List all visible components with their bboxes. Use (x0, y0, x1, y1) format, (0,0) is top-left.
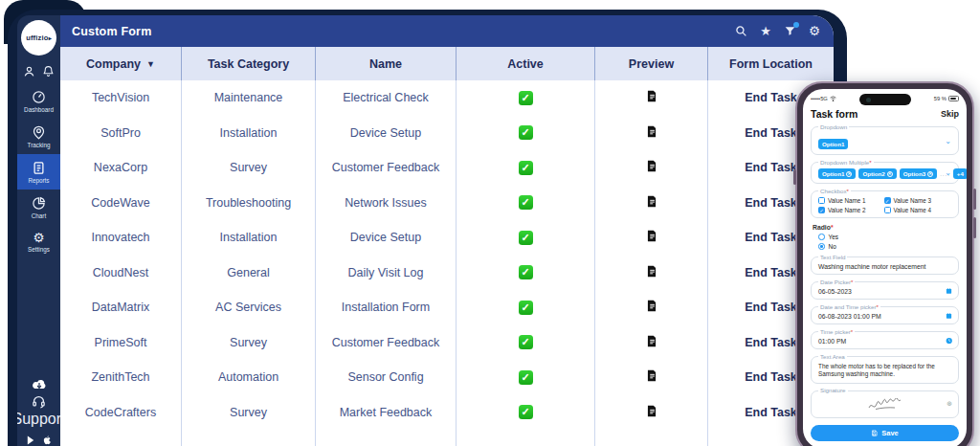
chevron-down-icon[interactable]: ⌄ (945, 137, 951, 145)
save-button[interactable]: Save (811, 425, 959, 441)
radio-option[interactable]: No (818, 243, 959, 250)
wifi-icon (830, 96, 836, 101)
filter-badge (793, 22, 799, 28)
dropdown-field[interactable]: Dropdown Option1 ⌄ (811, 126, 959, 155)
preview-document-icon[interactable] (645, 334, 658, 351)
column-header-active[interactable]: Active (457, 47, 595, 80)
text-field-value[interactable]: Washing machine motor replacement (818, 263, 951, 270)
column-header-preview[interactable]: Preview (595, 47, 708, 80)
signature-field[interactable]: Signature ⊛ (811, 390, 959, 418)
search-icon[interactable] (735, 25, 747, 37)
text-area-value[interactable]: The whole motor has to be replaced for t… (818, 363, 951, 379)
active-checkbox-icon[interactable]: ✓ (519, 161, 533, 175)
preview-document-icon[interactable] (645, 229, 658, 246)
checkbox-option[interactable]: ✓Value Name 3 (884, 197, 948, 204)
text-area-field[interactable]: Text Area The whole motor has to be repl… (811, 356, 959, 384)
text-field[interactable]: Text Field Washing machine motor replace… (811, 256, 959, 275)
preview-document-icon[interactable] (645, 159, 658, 176)
dropdown-multiple-field[interactable]: Dropdown Multiple* ⌄ Option1 ✕Option2 ✕O… (811, 162, 959, 184)
brand-logo[interactable]: uffizio▸ (21, 20, 56, 56)
sidebar-item-dashboard[interactable]: Dashboard (17, 83, 60, 119)
column-header-company[interactable]: Company▼ (60, 47, 182, 80)
preview-document-icon[interactable] (645, 89, 658, 106)
radio-option-label: No (829, 243, 836, 250)
checkbox-option[interactable]: Value Name 1 (818, 197, 882, 204)
google-play-icon[interactable] (26, 435, 36, 446)
active-checkbox-icon[interactable]: ✓ (519, 91, 533, 105)
main-panel: Custom Form ★ ⚙ Company▼ (60, 15, 834, 446)
selected-option-chip[interactable]: Option3 ✕ (900, 168, 937, 179)
column-header-name[interactable]: Name (316, 47, 457, 80)
column-header-form-location[interactable]: Form Location (708, 47, 834, 80)
sidebar-item-reports[interactable]: Reports (17, 154, 60, 190)
radio-icon[interactable] (818, 243, 825, 250)
active-checkbox-icon[interactable]: ✓ (519, 301, 533, 315)
remove-chip-icon[interactable]: ✕ (927, 171, 933, 177)
sidebar-item-support[interactable]: Support (17, 394, 66, 428)
table-cell-preview (595, 325, 707, 361)
date-picker-field[interactable]: Date Picker* 06-05-2023 (811, 281, 959, 300)
radio-icon[interactable] (818, 234, 825, 240)
field-label: Checkbox* (818, 188, 851, 194)
checkbox-icon[interactable] (884, 207, 891, 213)
star-icon[interactable]: ★ (760, 25, 771, 37)
active-checkbox-icon[interactable]: ✓ (519, 335, 533, 349)
time-picker-field[interactable]: Time picker* 01:00 PM (811, 331, 959, 349)
active-checkbox-icon[interactable]: ✓ (519, 125, 533, 140)
table-cell-name: Sensor Config (316, 360, 456, 395)
datetime-picker-field[interactable]: Date and Time picker* 06-08-2023 01:00 P… (811, 306, 959, 324)
skip-button[interactable]: Skip (941, 109, 959, 119)
sidebar-nav: Dashboard Tracking Reports Chart (17, 83, 60, 258)
active-checkbox-icon[interactable]: ✓ (519, 405, 533, 419)
dropdown-selected-chip[interactable]: Option1 (818, 139, 848, 149)
calendar-icon[interactable] (946, 312, 952, 319)
more-chips-badge[interactable]: +4 (953, 168, 967, 179)
chevron-down-icon[interactable]: ⌄ (945, 168, 951, 177)
sidebar-item-chart[interactable]: Chart (17, 190, 60, 225)
preview-document-icon[interactable] (645, 368, 658, 386)
time-picker-value[interactable]: 01:00 PM (818, 338, 951, 345)
checkbox-option[interactable]: ✓Value Name 2 (818, 207, 882, 213)
radio-option[interactable]: Yes (818, 234, 959, 240)
checkbox-icon[interactable]: ✓ (818, 207, 825, 213)
date-picker-value[interactable]: 06-05-2023 (818, 288, 951, 295)
preview-document-icon[interactable] (645, 124, 658, 142)
checkbox-option[interactable]: Value Name 4 (884, 207, 948, 213)
datetime-picker-value[interactable]: 06-08-2023 01:00 PM (818, 313, 951, 320)
filter-icon[interactable] (784, 25, 796, 37)
app-header: Custom Form ★ ⚙ (60, 15, 834, 47)
active-checkbox-icon[interactable]: ✓ (519, 265, 533, 279)
active-checkbox-icon[interactable]: ✓ (519, 370, 533, 385)
cloud-download-icon[interactable] (31, 377, 48, 391)
remove-chip-icon[interactable]: ✕ (846, 171, 852, 177)
preview-document-icon[interactable] (645, 264, 658, 281)
field-label: Dropdown (818, 123, 849, 130)
preview-document-icon[interactable] (645, 299, 658, 316)
checkbox-icon[interactable] (818, 197, 825, 204)
sidebar-item-tracking[interactable]: Tracking (17, 119, 60, 154)
remove-chip-icon[interactable]: ✕ (887, 171, 893, 177)
bell-icon[interactable] (42, 65, 55, 78)
table-cell-task-category: Installation (182, 220, 315, 256)
gear-icon[interactable]: ⚙ (809, 25, 820, 37)
app-window: uffizio▸ Dashboard (17, 15, 834, 446)
table-cell-task-category: AC Services (182, 290, 315, 325)
checkbox-icon[interactable]: ✓ (884, 197, 891, 204)
selected-option-chip[interactable]: Option2 ✕ (858, 168, 896, 179)
calendar-icon[interactable] (946, 287, 952, 294)
user-icon[interactable] (23, 65, 35, 78)
preview-document-icon[interactable] (645, 404, 658, 421)
active-checkbox-icon[interactable]: ✓ (519, 231, 533, 245)
speedometer-icon (32, 90, 46, 104)
table-cell-task-category: Maintenance (182, 80, 315, 116)
apple-icon[interactable] (42, 435, 53, 446)
sidebar-item-settings[interactable]: ⚙ Settings (17, 225, 60, 258)
column-header-task-category[interactable]: Task Category (182, 47, 316, 80)
clear-signature-icon[interactable]: ⊛ (947, 400, 952, 408)
selected-option-chip[interactable]: Option1 ✕ (818, 168, 856, 179)
headset-icon (32, 394, 46, 409)
radio-option-label: Yes (829, 234, 839, 240)
active-checkbox-icon[interactable]: ✓ (519, 195, 533, 210)
clock-icon[interactable] (946, 337, 953, 345)
preview-document-icon[interactable] (645, 194, 658, 212)
